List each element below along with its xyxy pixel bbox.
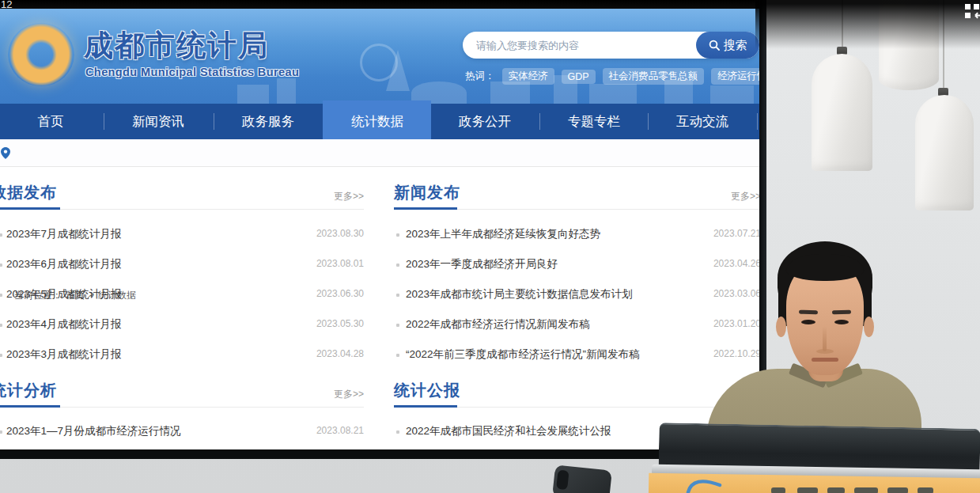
list-item: 2023年成都市统计局主要统计数据信息发布计划2023.03.06	[394, 287, 760, 303]
podium-lettering	[918, 487, 933, 493]
presenter-nose-shadow	[816, 349, 834, 354]
list-item: 2023年上半年成都经济延续恢复向好态势2023.07.21	[394, 227, 760, 243]
list-item: “2022年前三季度成都市经济运行情况”新闻发布稿2022.10.29	[394, 347, 760, 363]
bullet-dot	[0, 430, 2, 434]
presenter-eyebrow	[832, 310, 851, 315]
section-title-underline	[0, 207, 60, 210]
list-item-link[interactable]: 2023年上半年成都经济延续恢复向好态势	[406, 227, 600, 241]
search-button-label: 搜索	[724, 38, 747, 53]
presenter-eyebrow	[799, 310, 818, 315]
list-item: 2023年3月成都统计月报2023.04.28	[0, 347, 364, 363]
search-bar: 搜索	[463, 32, 759, 59]
search-input[interactable]	[463, 32, 698, 59]
list-item-link[interactable]: 2022年成都市国民经济和社会发展统计公报	[406, 424, 611, 438]
video-frame: 12 成都市统计局 Chengdu Municipal Statistics B…	[0, 0, 980, 493]
bullet-dot	[396, 430, 399, 434]
nav-item-disclosure[interactable]: 政务公开	[430, 104, 539, 139]
section-title-underline	[394, 207, 457, 210]
list-item-link[interactable]: 2023年1—7月份成都市经济运行情况	[6, 424, 181, 438]
presenter-nose	[823, 326, 827, 351]
list-item: 2023年6月成都统计月报2023.08.01	[0, 257, 364, 273]
list-item: 2023年7月成都统计月报2023.08.30	[0, 227, 364, 243]
list-item-link[interactable]: 2023年7月成都统计月报	[6, 227, 122, 241]
remote-tip	[556, 470, 569, 490]
top-vignette	[755, 0, 980, 49]
bullet-dot	[0, 233, 2, 237]
list-item-date: 2023.05.30	[316, 318, 364, 329]
list-item-date: 2023.07.21	[713, 228, 760, 239]
list-item-link[interactable]: 2023年成都市统计局主要统计数据信息发布计划	[406, 287, 633, 301]
nav-item-home[interactable]: 首页	[0, 104, 105, 139]
list-item-link[interactable]: “2022年前三季度成都市经济运行情况”新闻发布稿	[406, 347, 640, 362]
list-item-date: 2023.04.26	[713, 258, 760, 269]
hotword-link[interactable]: 社会消费品零售总额	[603, 68, 705, 85]
bullet-dot	[396, 264, 399, 267]
overlay-number: 12	[1, 0, 12, 10]
podium-lettering	[797, 487, 818, 493]
list-item-date: 2023.04.28	[316, 348, 364, 359]
presenter-mouth	[812, 358, 838, 362]
layout-switch-icon[interactable]	[965, 4, 980, 21]
podium-lettering	[887, 487, 908, 493]
list-item-date: 2023.08.21	[316, 425, 364, 436]
screen-bottom-bezel	[0, 449, 760, 459]
list-item-date: 2023.08.30	[316, 228, 364, 239]
nav-item-services[interactable]: 政务服务	[214, 104, 323, 139]
nav-item-statistics[interactable]: 统计数据	[323, 104, 432, 139]
bullet-dot	[0, 354, 2, 357]
location-pin-icon	[1, 147, 10, 159]
bullet-dot	[396, 324, 399, 327]
more-link-data-release[interactable]: 更多>>	[0, 190, 364, 203]
bullet-dot	[396, 294, 399, 297]
search-icon	[709, 40, 720, 51]
site-subtitle: Chengdu Municipal Statistics Bureau	[85, 66, 299, 78]
list-item-link[interactable]: 2023年一季度成都经济开局良好	[406, 257, 558, 271]
list-item-link[interactable]: 2022年成都市经济运行情况新闻发布稿	[406, 317, 590, 332]
list-item: 2023年1—7月份成都市经济运行情况2023.08.21	[0, 424, 364, 440]
bullet-dot	[396, 233, 399, 237]
list-item-date: 2023.01.20	[713, 318, 760, 329]
podium-lettering	[827, 487, 845, 493]
hotwords-label: 热词：	[465, 70, 495, 83]
nav-divider	[757, 113, 758, 130]
hotword-link[interactable]: 实体经济	[502, 68, 554, 85]
bullet-dot	[0, 324, 2, 327]
hotword-link[interactable]: 经济运行情况	[711, 68, 760, 85]
more-link-news-release[interactable]: 更多>>	[394, 190, 760, 203]
hotwords-row: 热词： 实体经济 GDP 社会消费品零售总额 经济运行情况	[465, 68, 760, 85]
bureau-logo	[8, 23, 74, 86]
bullet-dot	[0, 294, 2, 297]
tower-silhouette	[386, 50, 410, 91]
list-item: 2023年一季度成都经济开局良好2023.04.26	[394, 257, 760, 273]
nav-item-interaction[interactable]: 互动交流	[648, 104, 757, 139]
list-item-link[interactable]: 2023年3月成都统计月报	[6, 347, 122, 362]
breadcrumb-bar: 当前位置： 首页 > 统计数据	[0, 139, 760, 167]
list-item: 2022年成都市经济运行情况新闻发布稿2023.01.20	[394, 317, 760, 333]
podium-lettering	[854, 487, 878, 493]
bullet-dot	[396, 354, 399, 357]
podium-lettering	[771, 487, 785, 493]
list-item-date: 2023.06.30	[316, 288, 364, 299]
list-item-link[interactable]: 2023年4月成都统计月报	[6, 317, 122, 332]
pendant-lamp	[915, 95, 974, 210]
list-item: 2023年4月成都统计月报2023.05.30	[0, 317, 364, 333]
more-link-stat-analysis[interactable]: 更多>>	[0, 388, 364, 401]
projected-screen: 12 成都市统计局 Chengdu Municipal Statistics B…	[0, 0, 760, 459]
presenter-eye	[801, 320, 815, 324]
section-title-underline	[0, 405, 60, 408]
list-item-link[interactable]: 2023年6月成都统计月报	[6, 257, 122, 271]
hotword-link[interactable]: GDP	[562, 70, 596, 84]
nav-item-topics[interactable]: 专题专栏	[539, 104, 649, 139]
section-title-underline	[394, 405, 457, 408]
presenter-ear	[776, 317, 786, 337]
nav-item-news[interactable]: 新闻资讯	[104, 104, 213, 139]
site-header: 成都市统计局 Chengdu Municipal Statistics Bure…	[0, 9, 760, 104]
pendant-lamp	[812, 54, 872, 171]
list-item-date: 2023.03.06	[713, 288, 760, 299]
list-item-link[interactable]: 2023年5月成都统计月报	[6, 287, 122, 301]
bullet-dot	[0, 264, 2, 267]
list-item: 2023年5月成都统计月报2023.06.30	[0, 287, 364, 303]
presenter-ear	[864, 317, 874, 337]
search-button[interactable]: 搜索	[696, 32, 759, 59]
site-title: 成都市统计局	[84, 26, 269, 66]
